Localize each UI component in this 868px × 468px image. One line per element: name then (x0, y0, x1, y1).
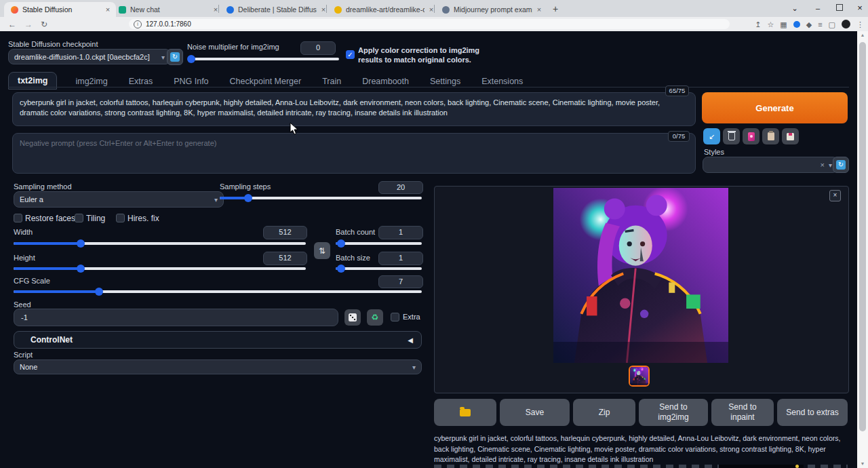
reuse-seed-button[interactable] (367, 309, 383, 326)
card-icon (748, 132, 755, 141)
browser-tab-deliberate[interactable]: Deliberate | Stable Diffusion Che × (220, 2, 332, 17)
seed-label: Seed (14, 300, 31, 309)
prompt-input[interactable]: cyberpunk girl in jacket, colorful tatto… (12, 92, 696, 126)
seed-input[interactable]: -1 (14, 309, 338, 326)
send-to-extras-button[interactable]: Send to extras (777, 399, 848, 426)
close-icon[interactable]: × (535, 5, 543, 14)
batch-size-slider[interactable] (336, 267, 422, 270)
color-correction-checkbox[interactable] (346, 50, 355, 59)
window-close-button[interactable]: × (850, 1, 868, 15)
paste-params-button[interactable]: ↙ (703, 128, 720, 144)
controlnet-accordion[interactable]: ControlNet (14, 331, 422, 349)
height-value[interactable]: 512 (263, 252, 307, 265)
noise-multiplier-label: Noise multiplier for img2img (187, 43, 279, 51)
browser-tab-dreamlike[interactable]: dreamlike-art/dreamlike-diffusio × (328, 2, 439, 17)
extra-networks-button[interactable] (743, 128, 760, 144)
arrow-down-left-icon: ↙ (709, 132, 715, 141)
refresh-icon (170, 52, 180, 62)
address-bar[interactable]: i 127.0.0.1:7860 (129, 19, 730, 29)
checkpoint-label: Stable Diffusion checkpoint (8, 40, 98, 48)
save-button[interactable]: Save (500, 399, 570, 426)
restore-faces-checkbox[interactable] (14, 214, 22, 222)
refresh-icon (836, 160, 846, 170)
tab-title: dreamlike-art/dreamlike-diffusio (346, 5, 425, 14)
chevron-down-icon[interactable]: ⌄ (785, 1, 804, 15)
sampling-steps-slider[interactable] (220, 197, 422, 199)
recycle-icon (372, 313, 379, 321)
batch-size-value[interactable]: 1 (378, 252, 423, 265)
zip-button[interactable]: Zip (573, 399, 635, 426)
side-panel-icon[interactable]: ▢ (829, 20, 835, 28)
folder-icon (460, 409, 471, 416)
random-seed-button[interactable] (344, 309, 361, 326)
tiling-label: Tiling (86, 214, 105, 223)
batch-count-value[interactable]: 1 (378, 226, 423, 239)
back-icon[interactable]: ← (8, 20, 16, 29)
sampling-method-dropdown[interactable]: Euler a (14, 191, 224, 208)
bookmark-star-icon[interactable]: ☆ (767, 20, 774, 28)
checkpoint-dropdown[interactable]: dreamlike-diffusion-1.0.ckpt [0aecbcfa2c… (8, 49, 171, 64)
styles-dropdown[interactable]: × (703, 157, 838, 173)
checkpoint-refresh-button[interactable] (167, 49, 183, 65)
noise-multiplier-value[interactable]: 0 (300, 41, 336, 55)
width-slider[interactable] (14, 242, 306, 245)
batch-size-label: Batch size (336, 254, 370, 262)
floppy-icon (787, 133, 794, 140)
chevron-down-icon (412, 363, 416, 371)
height-slider[interactable] (14, 267, 306, 270)
clear-prompt-button[interactable] (723, 128, 740, 144)
sampling-steps-value[interactable]: 20 (378, 181, 423, 194)
close-gallery-icon[interactable]: × (829, 190, 841, 201)
cfg-scale-label: CFG Scale (14, 277, 50, 285)
browser-tab-midjourney[interactable]: Midjourney prompt examples : L × (435, 2, 547, 17)
clipped-spark (795, 465, 799, 468)
stable-diffusion-favicon (11, 6, 18, 14)
reload-icon[interactable]: ↻ (41, 20, 47, 29)
pin-icon[interactable]: ◆ (806, 20, 812, 28)
clipped-dark-block (719, 465, 804, 468)
prompt-token-counter: 65/75 (665, 85, 689, 96)
generate-button[interactable]: Generate (702, 92, 848, 123)
styles-label: Styles (704, 148, 724, 156)
scrollbar-thumb[interactable] (859, 42, 866, 431)
cfg-scale-slider[interactable] (14, 290, 422, 293)
clear-styles-icon[interactable]: × (821, 161, 825, 169)
browser-tab-new-chat[interactable]: New chat × (112, 2, 224, 17)
reading-list-icon[interactable]: ≡ (818, 20, 822, 28)
extra-seed-checkbox[interactable] (391, 313, 399, 321)
window-maximize-button[interactable] (830, 1, 849, 15)
browser-tab-stable-diffusion[interactable]: Stable Diffusion × (4, 2, 116, 17)
save-style-button[interactable] (782, 128, 799, 144)
batch-count-slider[interactable] (336, 242, 422, 245)
width-value[interactable]: 512 (263, 226, 307, 239)
site-info-icon[interactable]: i (134, 20, 142, 28)
send-to-img2img-button[interactable]: Send to img2img (639, 399, 708, 426)
extensions-grid-icon[interactable]: ▦ (780, 20, 787, 28)
menu-dots-icon[interactable]: ⋮ (856, 20, 864, 28)
styles-refresh-button[interactable] (833, 157, 849, 173)
window-minimize-button[interactable]: – (808, 1, 827, 15)
height-label: Height (14, 254, 35, 262)
tiling-checkbox[interactable] (75, 214, 83, 222)
cfg-scale-value[interactable]: 7 (378, 275, 423, 288)
open-folder-button[interactable] (434, 399, 496, 426)
swap-dimensions-button[interactable]: ⇅ (314, 242, 330, 259)
share-icon[interactable]: ↥ (755, 20, 761, 28)
script-dropdown[interactable]: None (14, 359, 422, 374)
scrollbar-up-icon[interactable]: ▲ (859, 33, 866, 37)
new-tab-button[interactable]: + (549, 3, 561, 16)
noise-multiplier-slider[interactable] (190, 58, 339, 60)
apply-style-button[interactable] (762, 128, 779, 144)
hires-fix-checkbox[interactable] (116, 214, 125, 222)
extension-blue-icon[interactable] (793, 21, 800, 28)
scrollbar-down-icon[interactable]: ▼ (859, 461, 866, 466)
generated-image[interactable] (553, 188, 728, 363)
avatar[interactable] (842, 20, 850, 28)
dreamlike-favicon (334, 6, 342, 14)
forward-icon[interactable]: → (24, 20, 33, 29)
sampling-steps-label: Sampling steps (220, 182, 271, 191)
gallery-thumbnail[interactable] (629, 366, 650, 387)
close-icon[interactable]: × (104, 5, 112, 14)
send-to-inpaint-button[interactable]: Send to inpaint (711, 399, 774, 426)
negative-prompt-input[interactable] (12, 133, 696, 174)
